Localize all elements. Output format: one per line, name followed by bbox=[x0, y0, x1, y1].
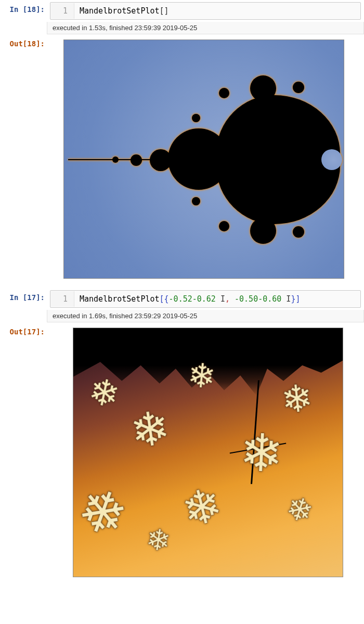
prompt-suffix: ]: bbox=[36, 5, 45, 14]
code-imag: I bbox=[216, 294, 225, 304]
prompt-prefix: Out[ bbox=[10, 328, 28, 336]
tiny-bulb bbox=[219, 88, 229, 98]
filament-icon: ❄ bbox=[186, 358, 217, 394]
code-editor[interactable]: 1 MandelbrotSetPlot[] bbox=[50, 2, 361, 20]
tiny-bulb bbox=[112, 157, 119, 163]
code-op: - bbox=[192, 294, 197, 304]
filament-icon: ❄ bbox=[279, 379, 314, 419]
left-bulb bbox=[150, 149, 172, 171]
spacer bbox=[0, 310, 47, 322]
code-content[interactable]: MandelbrotSetPlot[{-0.52-0.62 I, -0.50-0… bbox=[74, 291, 305, 307]
filament-icon: ❄ bbox=[238, 426, 284, 480]
left-bulb-2 bbox=[131, 154, 142, 166]
top-bulb bbox=[250, 75, 276, 101]
code-open-brace: { bbox=[164, 294, 169, 304]
code-close-bracket: ] bbox=[295, 294, 300, 304]
tiny-bulb bbox=[293, 82, 304, 93]
tiny-bulb bbox=[192, 197, 200, 205]
in-prompt: In [17]: bbox=[3, 290, 50, 302]
code-number: 0.60 bbox=[263, 294, 281, 304]
spacer bbox=[0, 22, 47, 34]
prompt-prefix: Out[ bbox=[10, 40, 28, 48]
prompt-suffix: ]: bbox=[36, 40, 45, 48]
filament-icon: ❄ bbox=[73, 478, 135, 548]
prompt-prefix: In [ bbox=[10, 293, 28, 302]
line-number: 1 bbox=[50, 3, 74, 19]
filament-icon: ❄ bbox=[144, 524, 172, 556]
code-open-bracket: [ bbox=[160, 294, 164, 304]
prompt-number: 17 bbox=[27, 293, 36, 302]
prompt-suffix: ]: bbox=[36, 293, 45, 302]
tiny-bulb bbox=[192, 114, 200, 122]
line-number: 1 bbox=[50, 291, 74, 307]
out-prompt: Out[17]: bbox=[3, 324, 50, 336]
filament-icon: ❄ bbox=[85, 372, 123, 414]
code-space bbox=[230, 294, 235, 304]
input-cell-17: In [17]: 1 MandelbrotSetPlot[{-0.52-0.62… bbox=[0, 288, 364, 310]
code-imag: I bbox=[281, 294, 291, 304]
code-op: - bbox=[258, 294, 263, 304]
output-cell-18: Out[18]: 1.0 0.5 0.0 bbox=[0, 34, 364, 288]
execution-info: executed in 1.53s, finished 23:59:39 201… bbox=[47, 22, 364, 34]
prompt-number: 18 bbox=[27, 5, 36, 14]
exec-info-row: executed in 1.69s, finished 23:59:29 201… bbox=[0, 310, 364, 322]
output-area: 1.0 0.5 0.0 -0.5 -1.0 -2.0 -1.5 -1.0 -0.… bbox=[50, 36, 361, 286]
code-fn: MandelbrotSetPlot bbox=[80, 294, 160, 304]
filament-icon: ❄ bbox=[127, 404, 173, 456]
prompt-number: 18 bbox=[27, 40, 36, 48]
prompt-suffix: ]: bbox=[36, 328, 45, 336]
execution-info: executed in 1.69s, finished 23:59:29 201… bbox=[47, 310, 364, 322]
period2-bulb bbox=[168, 128, 229, 190]
code-open-bracket: [ bbox=[160, 6, 164, 16]
code-comma: , bbox=[225, 294, 230, 304]
mandelbrot-zoom-plot: ❄ ❄ ❄ ❄ ❄ ❄ ❄ ❄ ❄ -0.600 -0.605 -0.610 -… bbox=[73, 328, 343, 577]
code-close-bracket: ] bbox=[164, 6, 169, 16]
output-area: ❄ ❄ ❄ ❄ ❄ ❄ ❄ ❄ ❄ -0.600 -0.605 -0.610 -… bbox=[50, 324, 361, 584]
code-number: -0.52 bbox=[169, 294, 192, 304]
exec-info-row: executed in 1.53s, finished 23:59:39 201… bbox=[0, 22, 364, 34]
code-number: 0.62 bbox=[197, 294, 216, 304]
code-fn: MandelbrotSetPlot bbox=[80, 6, 160, 16]
output-cell-17: Out[17]: ❄ ❄ ❄ ❄ ❄ ❄ ❄ ❄ ❄ -0.600 -0.605… bbox=[0, 322, 364, 587]
input-cell-18: In [18]: 1 MandelbrotSetPlot[] bbox=[0, 0, 364, 22]
bottom-bulb bbox=[250, 218, 276, 244]
main-cardioid bbox=[216, 95, 340, 224]
prompt-prefix: In [ bbox=[10, 5, 28, 14]
tiny-bulb bbox=[219, 221, 229, 231]
filament-icon: ❄ bbox=[177, 480, 227, 535]
in-prompt: In [18]: bbox=[3, 2, 50, 14]
filament-icon: ❄ bbox=[282, 491, 317, 529]
code-content[interactable]: MandelbrotSetPlot[] bbox=[74, 3, 174, 19]
code-editor[interactable]: 1 MandelbrotSetPlot[{-0.52-0.62 I, -0.50… bbox=[50, 290, 361, 308]
mandelbrot-full-plot: 1.0 0.5 0.0 -0.5 -1.0 -2.0 -1.5 -1.0 -0.… bbox=[63, 40, 344, 279]
code-number: -0.50 bbox=[235, 294, 258, 304]
tiny-bulb bbox=[293, 226, 304, 238]
prompt-number: 17 bbox=[27, 328, 36, 336]
out-prompt: Out[18]: bbox=[3, 36, 50, 48]
